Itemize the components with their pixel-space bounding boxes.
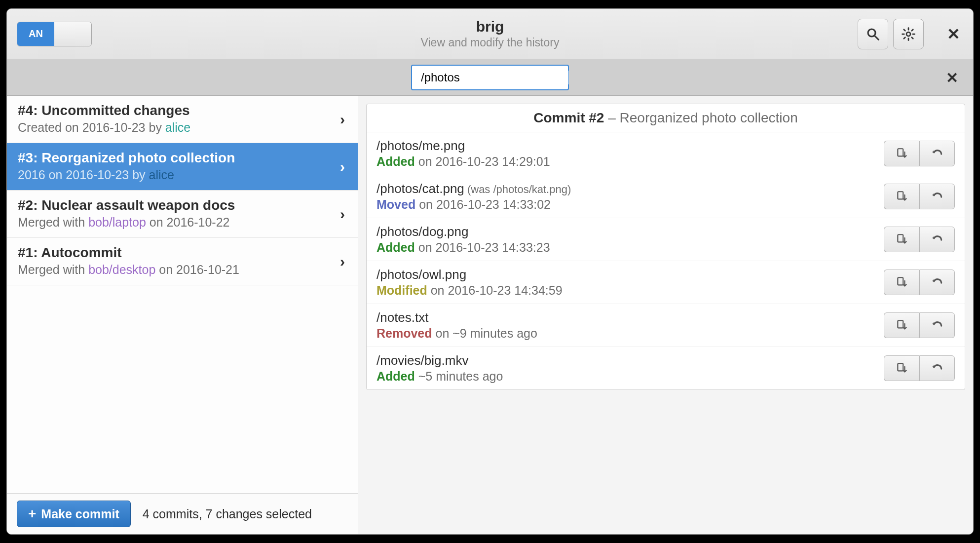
revert-file-button[interactable] (919, 312, 955, 338)
chevron-right-icon: › (340, 158, 345, 175)
svg-rect-5 (898, 149, 903, 156)
undo-icon (931, 190, 943, 203)
detail-card: Commit #2 – Reorganized photo collection… (366, 104, 965, 390)
sidebar-footer: + Make commit 4 commits, 7 changes selec… (7, 493, 358, 534)
chevron-right-icon: › (340, 111, 345, 128)
commit-meta: 2016 on 2016-10-23 by alice (18, 168, 347, 182)
file-row: /photos/me.pngAdded on 2016-10-23 14:29:… (367, 132, 965, 175)
file-row: /photos/owl.pngModified on 2016-10-23 14… (367, 261, 965, 304)
undo-icon (931, 147, 943, 160)
commit-item[interactable]: #4: Uncommitted changesCreated on 2016-1… (7, 96, 358, 143)
file-path: /photos/me.png (377, 138, 884, 154)
detail-header: Commit #2 – Reorganized photo collection (367, 104, 965, 132)
checkout-file-button[interactable] (884, 227, 919, 252)
commit-list: #4: Uncommitted changesCreated on 2016-1… (7, 96, 358, 493)
detail-commit-title: – Reorganized photo collection (604, 110, 797, 125)
search-field[interactable] (411, 65, 569, 90)
file-info: /movies/big.mkvAdded ~5 minutes ago (377, 353, 884, 384)
file-change-tag: Modified (377, 283, 427, 297)
checkout-icon (896, 276, 908, 289)
commit-title: #1: Autocommit (18, 245, 347, 261)
svg-rect-10 (898, 363, 903, 371)
checkout-icon (896, 319, 908, 332)
svg-rect-6 (898, 192, 903, 199)
file-actions (884, 227, 955, 252)
svg-rect-7 (898, 234, 903, 242)
file-actions (884, 184, 955, 209)
searchbar: ✕ (7, 59, 973, 96)
undo-icon (931, 362, 943, 375)
commit-title: #4: Uncommitted changes (18, 103, 347, 118)
commit-title: #3: Reorganized photo collection (18, 150, 347, 166)
commit-meta: Created on 2016-10-23 by alice (18, 120, 347, 135)
file-meta: Modified on 2016-10-23 14:34:59 (377, 283, 884, 298)
revert-file-button[interactable] (919, 141, 955, 166)
commit-author: alice (165, 120, 190, 134)
checkout-file-button[interactable] (884, 270, 919, 295)
headerbar: AN brig View and modify the history ✕ (7, 9, 973, 59)
detail-pane: Commit #2 – Reorganized photo collection… (358, 96, 973, 534)
file-row: /notes.txtRemoved on ~9 minutes ago (367, 304, 965, 347)
file-row: /photos/dog.pngAdded on 2016-10-23 14:33… (367, 218, 965, 261)
switch-inactive-half (54, 22, 91, 46)
app-window: AN brig View and modify the history ✕ ✕ (6, 8, 974, 535)
commit-peer: bob/desktop (88, 263, 155, 276)
file-path: /photos/owl.png (377, 267, 884, 282)
make-commit-label: Make commit (41, 507, 119, 521)
revert-file-button[interactable] (919, 355, 955, 381)
file-change-tag: Moved (377, 197, 415, 211)
svg-rect-9 (898, 320, 903, 328)
file-info: /notes.txtRemoved on ~9 minutes ago (377, 310, 884, 341)
revert-file-button[interactable] (919, 227, 955, 252)
checkout-file-button[interactable] (884, 312, 919, 338)
commit-item[interactable]: #1: AutocommitMerged with bob/desktop on… (7, 238, 358, 285)
file-meta: Added on 2016-10-23 14:33:23 (377, 240, 884, 255)
undo-icon (931, 276, 943, 289)
svg-line-1 (875, 36, 879, 39)
checkout-file-button[interactable] (884, 355, 919, 381)
file-row: /photos/cat.png (was /photos/kat.png)Mov… (367, 175, 965, 218)
make-commit-button[interactable]: + Make commit (17, 501, 131, 527)
switch-active-label: AN (17, 22, 54, 46)
checkout-icon (896, 190, 908, 203)
commit-meta: Merged with bob/desktop on 2016-10-21 (18, 263, 347, 277)
footer-status: 4 commits, 7 changes selected (143, 507, 312, 521)
file-path: /photos/dog.png (377, 224, 884, 239)
file-meta: Removed on ~9 minutes ago (377, 326, 884, 341)
plus-icon: + (28, 506, 36, 522)
file-info: /photos/owl.pngModified on 2016-10-23 14… (377, 267, 884, 298)
file-info: /photos/me.pngAdded on 2016-10-23 14:29:… (377, 138, 884, 169)
search-input[interactable] (421, 71, 568, 84)
undo-icon (931, 233, 943, 246)
gear-icon (901, 27, 916, 41)
file-actions (884, 355, 955, 381)
commit-peer: bob/laptop (88, 215, 146, 229)
file-info: /photos/dog.pngAdded on 2016-10-23 14:33… (377, 224, 884, 255)
file-actions (884, 270, 955, 295)
commit-item[interactable]: #2: Nuclear assault weapon docsMerged wi… (7, 191, 358, 238)
file-meta: Added on 2016-10-23 14:29:01 (377, 155, 884, 169)
file-info: /photos/cat.png (was /photos/kat.png)Mov… (377, 181, 884, 212)
revert-file-button[interactable] (919, 184, 955, 209)
svg-rect-8 (898, 277, 903, 285)
toolbar-search-button[interactable] (858, 19, 888, 49)
window-close-button[interactable]: ✕ (943, 19, 963, 49)
checkout-file-button[interactable] (884, 184, 919, 209)
file-meta: Moved on 2016-10-23 14:33:02 (377, 197, 884, 212)
searchbar-close-button[interactable]: ✕ (946, 69, 958, 86)
checkout-file-button[interactable] (884, 141, 919, 166)
commit-title: #2: Nuclear assault weapon docs (18, 197, 347, 213)
revert-file-button[interactable] (919, 270, 955, 295)
file-meta: Added ~5 minutes ago (377, 369, 884, 384)
file-path: /movies/big.mkv (377, 353, 884, 368)
file-change-tag: Added (377, 155, 415, 168)
mode-switch[interactable]: AN (17, 22, 92, 46)
commit-item[interactable]: #3: Reorganized photo collection2016 on … (7, 143, 358, 191)
file-path: /photos/cat.png (was /photos/kat.png) (377, 181, 884, 196)
search-icon (866, 27, 880, 41)
settings-button[interactable] (893, 19, 924, 49)
file-change-tag: Removed (377, 326, 432, 340)
app-title: brig (7, 18, 973, 35)
svg-point-2 (906, 32, 910, 36)
body: #4: Uncommitted changesCreated on 2016-1… (7, 96, 973, 534)
